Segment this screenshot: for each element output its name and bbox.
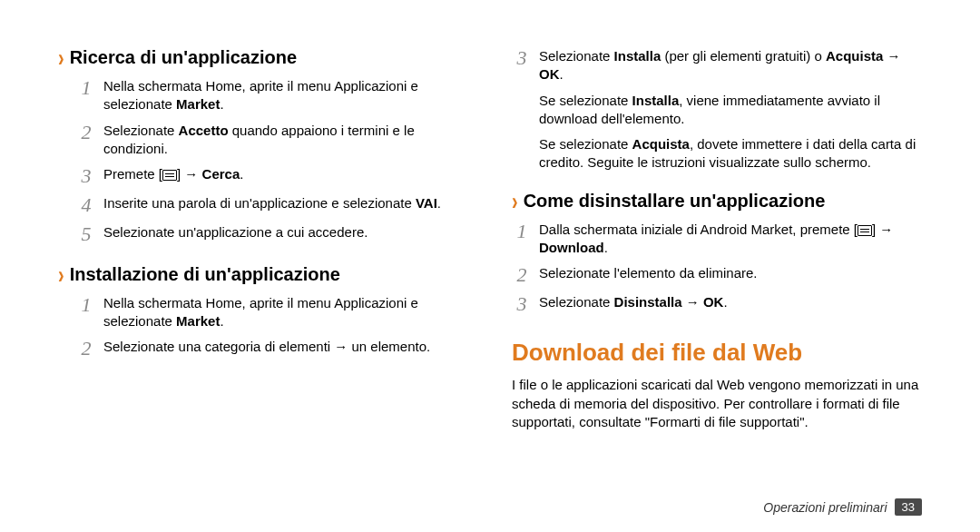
t-bold: OK bbox=[703, 294, 724, 310]
step-number: 1 bbox=[512, 221, 532, 242]
chevron-icon: › bbox=[58, 261, 64, 287]
note-install: Se selezionate Installa, viene immediata… bbox=[539, 92, 922, 129]
subhead-text: Come disinstallare un'applicazione bbox=[524, 191, 826, 212]
t-bold: VAI bbox=[416, 195, 437, 211]
left-column: › Ricerca di un'applicazione 1 Nella sch… bbox=[44, 44, 490, 516]
menu-icon bbox=[162, 170, 177, 181]
t: Nella schermata Home, aprite il menu App… bbox=[103, 78, 418, 112]
step-1: 1 Nella schermata Home, aprite il menu A… bbox=[76, 77, 468, 114]
step-1: 1 Nella schermata Home, aprite il menu A… bbox=[76, 294, 468, 331]
chevron-icon: › bbox=[58, 44, 64, 70]
t-bold: Market bbox=[176, 313, 220, 329]
t: Selezionate bbox=[539, 294, 614, 310]
step-number: 3 bbox=[76, 165, 96, 187]
step-number: 3 bbox=[512, 293, 532, 315]
step-text: Selezionate l'elemento da eliminare. bbox=[539, 264, 758, 282]
footer-section: Operazioni preliminari bbox=[763, 500, 887, 515]
t-bold: Accetto bbox=[179, 123, 229, 138]
t: Dalla schermata iniziale di Android Mark… bbox=[539, 222, 858, 237]
step-3: 3 Selezionate Disinstalla → OK. bbox=[512, 293, 922, 315]
t: ] → bbox=[872, 222, 893, 237]
t: Se selezionate bbox=[539, 136, 632, 152]
step-text: Premete [] → Cerca. bbox=[103, 165, 243, 183]
step-4: 4 Inserite una parola di un'applicazione… bbox=[76, 194, 468, 216]
step-3-cont: 3 Selezionate Installa (per gli elementi… bbox=[512, 47, 922, 84]
step-text: Dalla schermata iniziale di Android Mark… bbox=[539, 221, 922, 258]
step-text: Inserite una parola di un'applicazione e… bbox=[103, 194, 441, 212]
step-number: 1 bbox=[76, 294, 96, 316]
step-2: 2 Selezionate una categoria di elementi … bbox=[76, 338, 468, 360]
subhead-uninstall-app: › Come disinstallare un'applicazione bbox=[512, 191, 922, 212]
t-bold: Installa bbox=[632, 93, 680, 108]
t: Inserite una parola di un'applicazione e… bbox=[103, 195, 416, 211]
t-bold: Cerca bbox=[202, 166, 240, 182]
t: Selezionate bbox=[103, 123, 179, 138]
step-text: Selezionate una categoria di elementi → … bbox=[103, 338, 430, 356]
t: Se selezionate bbox=[539, 93, 632, 108]
t: . bbox=[437, 195, 441, 211]
step-2: 2 Selezionate Accetto quando appaiono i … bbox=[76, 122, 468, 159]
heading-download-web: Download dei file dal Web bbox=[512, 339, 922, 367]
step-number: 4 bbox=[76, 194, 96, 216]
chevron-icon: › bbox=[512, 188, 518, 213]
step-5: 5 Selezionate un'applicazione a cui acce… bbox=[76, 223, 468, 245]
subhead-text: Ricerca di un'applicazione bbox=[70, 47, 297, 68]
step-number: 2 bbox=[76, 122, 96, 143]
body-download-web: I file o le applicazioni scaricati dal W… bbox=[512, 376, 922, 431]
t-bold: Market bbox=[176, 96, 220, 112]
subhead-search-app: › Ricerca di un'applicazione bbox=[58, 47, 468, 68]
t-bold: Acquista bbox=[826, 48, 883, 64]
page-footer: Operazioni preliminari 33 bbox=[512, 498, 922, 516]
step-number: 2 bbox=[512, 264, 532, 286]
step-number: 5 bbox=[76, 223, 96, 245]
t-bold: Installa bbox=[614, 48, 662, 64]
t-bold: Download bbox=[539, 240, 604, 255]
t: Nella schermata Home, aprite il menu App… bbox=[103, 295, 418, 329]
step-text: Selezionate Disinstalla → OK. bbox=[539, 293, 728, 311]
step-text: Selezionate Accetto quando appaiono i te… bbox=[103, 122, 468, 159]
step-1: 1 Dalla schermata iniziale di Android Ma… bbox=[512, 221, 922, 258]
subhead-install-app: › Installazione di un'applicazione bbox=[58, 264, 468, 285]
t: . bbox=[723, 294, 727, 310]
step-text: Selezionate Installa (per gli elementi g… bbox=[539, 47, 922, 84]
step-number: 1 bbox=[76, 77, 96, 99]
t-bold: OK bbox=[539, 66, 560, 82]
t: → bbox=[883, 48, 900, 64]
step-text: Nella schermata Home, aprite il menu App… bbox=[103, 77, 468, 114]
t: . bbox=[240, 166, 243, 182]
page-number-badge: 33 bbox=[895, 498, 922, 516]
step-number: 3 bbox=[512, 47, 532, 69]
t: . bbox=[560, 66, 564, 82]
t-bold: Acquista bbox=[632, 136, 690, 152]
t: . bbox=[604, 240, 608, 255]
t: (per gli elementi gratuiti) o bbox=[661, 48, 826, 64]
t: . bbox=[220, 313, 223, 329]
t: ] → bbox=[177, 166, 202, 182]
t: Premete [ bbox=[103, 166, 162, 182]
right-column: 3 Selezionate Installa (per gli elementi… bbox=[490, 44, 936, 516]
step-3: 3 Premete [] → Cerca. bbox=[76, 165, 468, 187]
note-acquista: Se selezionate Acquista, dovete immetter… bbox=[539, 135, 922, 172]
menu-icon bbox=[858, 225, 872, 236]
step-2: 2 Selezionate l'elemento da eliminare. bbox=[512, 264, 922, 286]
page: › Ricerca di un'applicazione 1 Nella sch… bbox=[0, 0, 980, 532]
t: → bbox=[682, 294, 703, 310]
step-text: Selezionate un'applicazione a cui accede… bbox=[103, 223, 368, 241]
t: Selezionate bbox=[539, 48, 614, 64]
t-bold: Disinstalla bbox=[614, 294, 682, 310]
subhead-text: Installazione di un'applicazione bbox=[70, 264, 340, 285]
t: . bbox=[220, 96, 223, 112]
step-number: 2 bbox=[76, 338, 96, 360]
step-text: Nella schermata Home, aprite il menu App… bbox=[103, 294, 468, 331]
